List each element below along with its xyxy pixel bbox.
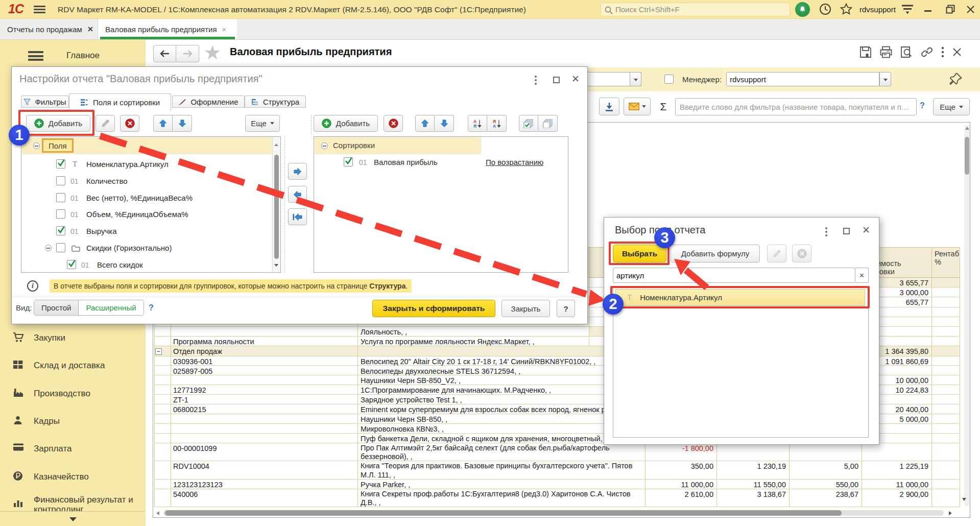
filter-help-link[interactable]: ?: [920, 101, 925, 110]
collapse-icon[interactable]: [33, 142, 40, 149]
minimize-button[interactable]: [924, 10, 931, 12]
scroll-up-icon[interactable]: [965, 127, 969, 130]
view-help-link[interactable]: ?: [149, 303, 154, 313]
tab-sales-reports[interactable]: Отчеты по продажам ✕: [0, 19, 98, 39]
tree-root-label[interactable]: Сортировки: [333, 141, 375, 150]
more-fields-button[interactable]: Еще: [245, 115, 280, 132]
manager-dropdown-button[interactable]: [879, 72, 891, 86]
more-button[interactable]: Еще: [933, 98, 970, 115]
field-tree-row[interactable]: ТНоменклатура.Артикул: [21, 156, 273, 173]
export-button[interactable]: [599, 98, 619, 115]
fields-root-cell[interactable]: Поля: [42, 138, 74, 153]
print-icon[interactable]: [879, 45, 893, 59]
scroll-up-icon[interactable]: [274, 144, 278, 146]
tab-filters[interactable]: Фильтры: [21, 95, 69, 108]
sidebar-item[interactable]: Склад и доставка: [0, 354, 146, 377]
manager-input[interactable]: [730, 74, 876, 85]
dialog-menu-icon[interactable]: [535, 76, 537, 85]
tab-gross-profit[interactable]: Валовая прибыль предприятия ×: [98, 19, 237, 39]
sort-ascending-button[interactable]: АЯ: [468, 115, 487, 132]
sort-descending-button[interactable]: ЯА: [487, 115, 507, 132]
pin-icon[interactable]: [949, 71, 963, 86]
edit-field-button[interactable]: [95, 115, 115, 132]
main-menu-icon[interactable]: [34, 6, 45, 13]
dialog-maximize-icon[interactable]: [843, 228, 850, 234]
fields-list-scrollbar[interactable]: [272, 137, 280, 272]
add-sort-button[interactable]: Добавить: [314, 115, 378, 132]
vertical-scrollbar[interactable]: [964, 125, 970, 506]
more-actions-icon[interactable]: [941, 45, 945, 59]
tab-appearance[interactable]: Оформление: [172, 95, 245, 108]
sort-direction-link[interactable]: По возрастанию: [486, 158, 543, 166]
add-formula-button[interactable]: Добавить формулу: [671, 245, 760, 262]
collapse-icon[interactable]: [321, 142, 328, 149]
dialog-menu-icon[interactable]: [825, 227, 827, 236]
field-tree-row[interactable]: Скидки (Горизонтально): [21, 240, 273, 257]
manager-checkbox[interactable]: [664, 75, 674, 84]
current-user[interactable]: rdvsupport: [859, 5, 896, 14]
field-tree-row[interactable]: 01Всего скидок: [21, 257, 273, 273]
move-up-button[interactable]: [153, 115, 173, 132]
dialog-help-button[interactable]: ?: [557, 300, 575, 317]
dialog-close-icon[interactable]: ✕: [571, 75, 580, 83]
quick-filter-field[interactable]: [675, 98, 917, 115]
sidebar-item[interactable]: Зарплата: [0, 437, 146, 461]
sidebar-item[interactable]: Закупки: [0, 326, 146, 350]
panel-splitter[interactable]: [284, 136, 285, 273]
connection-icon[interactable]: [901, 4, 914, 15]
checkbox-unchecked[interactable]: [56, 243, 65, 252]
delete-button-disabled[interactable]: [792, 245, 811, 262]
view-simple-button[interactable]: Простой: [34, 300, 79, 315]
forward-button[interactable]: [176, 45, 199, 62]
history-icon[interactable]: [819, 3, 832, 16]
move-to-sort-button[interactable]: [288, 163, 307, 180]
notifications-icon[interactable]: [795, 2, 810, 17]
tab-close-icon[interactable]: ×: [222, 25, 227, 34]
checkbox-checked[interactable]: [67, 260, 76, 269]
back-button[interactable]: [153, 45, 176, 62]
edit-button-disabled[interactable]: [767, 245, 786, 262]
manager-field[interactable]: [726, 72, 879, 86]
scrollbar-thumb[interactable]: [274, 155, 279, 259]
maximize-button[interactable]: [946, 5, 955, 14]
field-tree-row[interactable]: 01Вес (нетто), %ЕдиницаВеса%: [21, 190, 273, 207]
horizontal-scrollbar-thumb[interactable]: [165, 510, 842, 516]
delete-field-button[interactable]: [120, 115, 139, 132]
checkbox-checked[interactable]: [344, 157, 353, 166]
remove-from-sort-button[interactable]: [288, 186, 307, 203]
scroll-right-icon[interactable]: [949, 511, 952, 515]
report-row[interactable]: RDV10004Книга "Теория для практиков. Баз…: [154, 461, 960, 480]
checkbox-unchecked[interactable]: [56, 193, 65, 202]
report-row[interactable]: 123123123123Ручка Parker, ,11 000,0011 5…: [154, 480, 960, 489]
sort-move-down-button[interactable]: [435, 115, 454, 132]
global-search[interactable]: [601, 3, 790, 16]
link-icon[interactable]: [920, 45, 934, 59]
field-tree-row[interactable]: 01Выручка: [21, 223, 273, 240]
sidebar-scroll-down[interactable]: [0, 511, 146, 526]
report-row[interactable]: 540006 Книга Секреты проф.работы 1С:Бухг…: [154, 489, 960, 508]
favorite-page-star-icon[interactable]: ★: [204, 43, 221, 62]
sidebar-item[interactable]: Казначейство: [0, 465, 146, 489]
dialog-maximize-icon[interactable]: [553, 77, 560, 83]
scroll-down-icon[interactable]: [962, 498, 966, 501]
sort-move-up-button[interactable]: [415, 115, 435, 132]
tab-close-icon[interactable]: ✕: [87, 25, 93, 33]
collapse-group-icon[interactable]: −: [155, 348, 162, 355]
sidebar-item[interactable]: Финансовый результат и контроллинг: [0, 493, 146, 511]
checkbox-checked[interactable]: [56, 226, 65, 235]
check-all-button[interactable]: [519, 115, 538, 132]
quick-filter-input[interactable]: [680, 101, 912, 113]
tab-structure[interactable]: Структура: [245, 95, 306, 108]
delete-sort-button[interactable]: [384, 115, 403, 132]
checkbox-unchecked[interactable]: [56, 209, 65, 219]
totals-button[interactable]: Σ: [656, 99, 671, 114]
field-tree-row[interactable]: 01Объем, %ЕдиницаОбъема%: [21, 206, 273, 223]
remove-all-from-sort-button[interactable]: [288, 208, 307, 225]
clear-search-button[interactable]: ✕: [855, 268, 869, 283]
send-mail-button[interactable]: [624, 98, 651, 115]
dialog-close-icon[interactable]: ✕: [862, 226, 870, 234]
sidebar-item[interactable]: Кадры: [0, 410, 146, 433]
sort-item-row[interactable]: 01 Валовая прибыль По возрастанию: [314, 154, 568, 171]
view-advanced-button[interactable]: Расширенный: [79, 300, 143, 315]
checkbox-checked[interactable]: [56, 159, 65, 169]
